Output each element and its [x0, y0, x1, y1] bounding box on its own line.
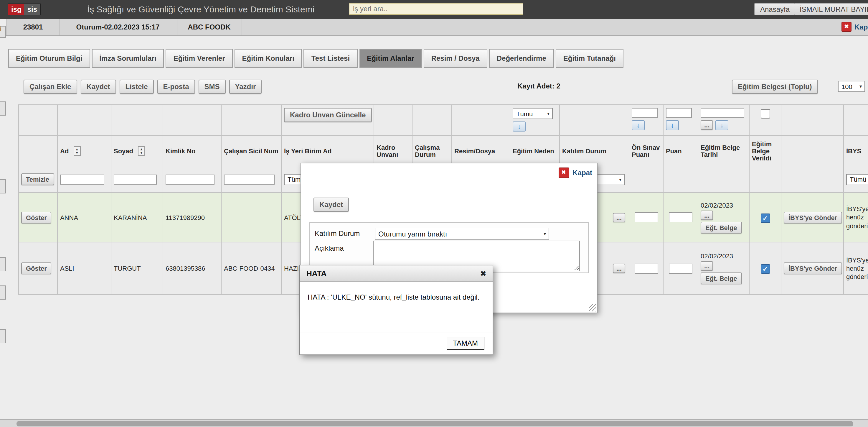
belge-tarihi-picker-button[interactable]: ...	[701, 120, 713, 130]
resize-handle-icon[interactable]	[589, 304, 596, 311]
tab-imza-sorumlulari[interactable]: İmza Sorumluları	[92, 49, 164, 68]
app-title: İş Sağlığı ve Güvenliği Çevre Yönetim ve…	[87, 4, 314, 14]
goster-button[interactable]: Göster	[21, 262, 52, 274]
puan-input[interactable]	[669, 212, 692, 222]
close-icon[interactable]: ✖	[480, 269, 486, 278]
belge-tarihi-apply-down-button[interactable]: ↓	[715, 120, 728, 130]
left-panel-tab[interactable]: İ	[0, 26, 6, 38]
belge-tarihi-bulk-input[interactable]	[701, 108, 744, 118]
belge-tarihi-picker-button[interactable]: ...	[701, 261, 713, 271]
temizle-button[interactable]: Temizle	[21, 173, 54, 185]
session-close-label[interactable]: Kapat	[855, 23, 868, 31]
on-sinav-puani-input[interactable]	[634, 263, 658, 273]
egt-belge-button[interactable]: Eğt. Belge	[701, 273, 742, 284]
tab-resim-dosya[interactable]: Resim / Dosya	[424, 49, 487, 68]
belge-tarihi-picker-button[interactable]: ...	[701, 210, 713, 220]
cell-ad: ASLI	[58, 242, 111, 294]
cell-ad: ANNA	[58, 193, 111, 242]
tab-egitim-oturum-bilgi[interactable]: Eğitim Oturum Bilgi	[8, 49, 90, 68]
tab-egitim-konulari[interactable]: Eğitim Konuları	[235, 49, 302, 68]
column-header-puan: Puan	[663, 135, 698, 166]
katilim-durum-detail-button[interactable]: ...	[613, 212, 625, 222]
tab-egitim-tutanagi[interactable]: Eğitim Tutanağı	[556, 49, 623, 68]
tab-bar: Eğitim Oturum Bilgi İmza Sorumluları Eği…	[8, 49, 623, 68]
column-header-ibys: İBYS	[843, 135, 868, 166]
column-header-calisma-durum: Çalışma Durum	[412, 135, 452, 166]
on-sinav-puani-bulk-input[interactable]	[632, 108, 658, 118]
top-header-bar: isg sis İş Sağlığı ve Güvenliği Çevre Yö…	[0, 0, 868, 19]
tab-degerlendirme[interactable]: Değerlendirme	[489, 49, 554, 68]
kimlik-no-filter-input[interactable]	[165, 174, 215, 184]
column-header-egitim-neden: Eğitim Neden	[510, 135, 559, 166]
error-dialog-titlebar[interactable]: HATA ✖	[300, 265, 493, 282]
ad-filter-input[interactable]	[60, 174, 104, 184]
close-icon[interactable]: ✖	[558, 168, 569, 178]
scrollbar-thumb[interactable]	[17, 421, 853, 426]
belge-tarihi-value: 02/02/2023	[701, 252, 733, 259]
modal-close[interactable]: ✖ Kapat	[558, 168, 592, 178]
sicil-filter-input[interactable]	[224, 174, 274, 184]
workplace-search-input[interactable]	[349, 3, 523, 15]
katilim-durum-label: Katılım Durum	[315, 229, 360, 238]
session-close[interactable]: ✖ Kapat	[841, 22, 868, 32]
column-header-katilim-durum: Katılım Durum	[559, 135, 629, 166]
modal-kaydet-button[interactable]: Kaydet	[313, 198, 349, 212]
modal-close-label[interactable]: Kapat	[572, 169, 592, 177]
belge-verildi-checkbox[interactable]: ✓	[761, 264, 770, 274]
puan-bulk-input[interactable]	[666, 108, 692, 118]
page: isg sis İş Sağlığı ve Güvenliği Çevre Yö…	[0, 0, 868, 427]
tab-egitim-alanlar[interactable]: Eğitim Alanlar	[359, 49, 422, 68]
yazdir-button[interactable]: Yazdır	[229, 80, 262, 94]
column-header-sicil-num: Çalışan Sicil Num	[221, 135, 281, 166]
puan-input[interactable]	[669, 263, 692, 273]
ibys-status-text: İBYS'ye henüz gönderilmedi	[846, 256, 868, 281]
left-panel-stub	[0, 257, 6, 271]
puan-apply-down-button[interactable]: ↓	[666, 120, 679, 130]
close-icon[interactable]: ✖	[841, 22, 851, 32]
listele-button[interactable]: Listele	[119, 80, 154, 94]
tab-egitim-verenler[interactable]: Eğitim Verenler	[166, 49, 233, 68]
page-size-select[interactable]: 100 ▼	[838, 81, 865, 92]
katilim-durum-detail-button[interactable]: ...	[613, 264, 625, 273]
calisan-ekle-button[interactable]: Çalışan Ekle	[24, 80, 77, 94]
sort-icon[interactable]: ▲ ▼	[138, 146, 145, 155]
session-bar: 23801 Oturum-02.02.2023 15:17 ABC FOODK …	[6, 19, 868, 36]
egitim-neden-filter-value: Tümü	[516, 110, 533, 117]
egitim-neden-apply-down-button[interactable]: ↓	[513, 121, 526, 132]
ibys-gonder-button[interactable]: İBYS'ye Gönder	[784, 211, 842, 223]
on-sinav-puani-apply-down-button[interactable]: ↓	[632, 120, 645, 130]
ibys-filter-select[interactable]: Tümü ▼	[846, 174, 868, 185]
tab-test-listesi[interactable]: Test Listesi	[304, 49, 358, 68]
left-panel-stub	[0, 329, 6, 343]
soyad-filter-input[interactable]	[114, 174, 156, 184]
tamam-button[interactable]: TAMAM	[446, 337, 485, 350]
user-menu-button[interactable]: İSMAİL MURAT BAYIK	[794, 3, 868, 15]
sort-icon[interactable]: ▲ ▼	[73, 146, 81, 155]
cell-soyad: TURGUT	[111, 242, 163, 294]
home-button[interactable]: Anasayfa	[754, 3, 796, 15]
belge-verildi-bulk-checkbox[interactable]	[761, 109, 770, 118]
on-sinav-puani-input[interactable]	[634, 212, 658, 222]
egitim-neden-filter-select[interactable]: Tümü ▼	[513, 108, 553, 119]
session-company: ABC FOODK	[177, 19, 242, 35]
column-header-empty2	[781, 135, 843, 166]
left-panel-stub	[0, 102, 6, 116]
left-panel-stub	[0, 285, 6, 300]
horizontal-scrollbar[interactable]	[0, 419, 868, 427]
kaydet-button[interactable]: Kaydet	[81, 80, 116, 94]
egt-belge-button[interactable]: Eğt. Belge	[701, 222, 742, 233]
belge-tarihi-value: 02/02/2023	[701, 201, 733, 208]
katilim-durum-select[interactable]: Oturumu yarım bıraktı ▼	[375, 228, 549, 240]
goster-button[interactable]: Göster	[21, 211, 52, 223]
egitim-belgesi-toplu-button[interactable]: Eğitim Belgesi (Toplu)	[732, 80, 818, 94]
session-label: Oturum-02.02.2023 15:17	[59, 19, 177, 35]
eposta-button[interactable]: E-posta	[157, 80, 195, 94]
sms-button[interactable]: SMS	[198, 80, 226, 94]
kadro-unvan-guncelle-button[interactable]: Kadro Unvan Güncelle	[284, 108, 372, 122]
belge-verildi-checkbox[interactable]: ✓	[761, 213, 770, 223]
column-header-empty	[19, 135, 58, 166]
modal-separator	[306, 189, 592, 189]
session-code: 23801	[6, 19, 60, 35]
error-dialog-title: HATA	[306, 269, 327, 278]
ibys-gonder-button[interactable]: İBYS'ye Gönder	[784, 262, 842, 274]
